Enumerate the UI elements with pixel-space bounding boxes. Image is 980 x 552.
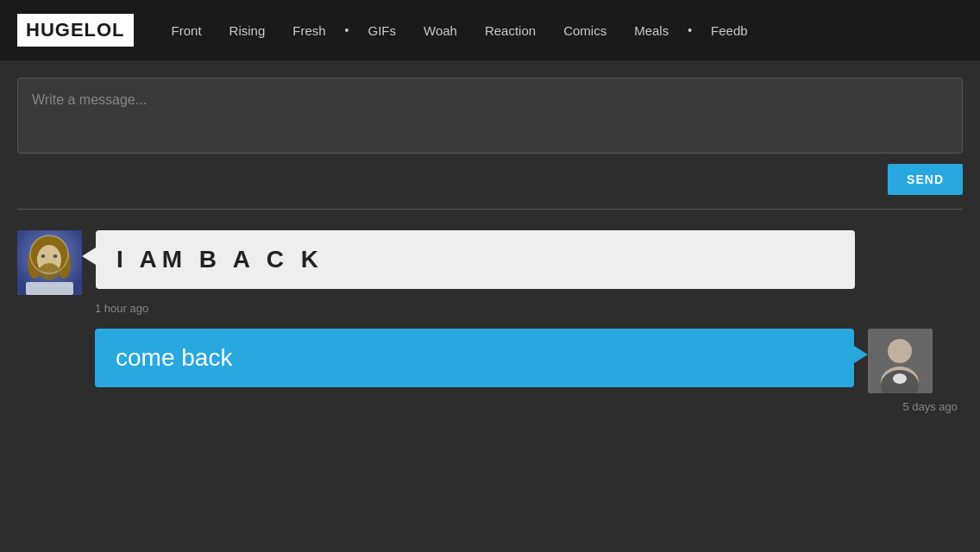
- bubble-arrow-left: [82, 248, 96, 265]
- message-input-container: [17, 78, 963, 154]
- navbar: HUGELOL Front Rising Fresh • GIFs Woah R…: [0, 0, 980, 60]
- nav-item-feedb[interactable]: Feedb: [699, 18, 760, 43]
- sent-timestamp: 5 days ago: [17, 400, 963, 413]
- nav-dot-2: •: [684, 23, 695, 37]
- received-message-text: I AM B A C K: [116, 246, 324, 273]
- sent-message-text: come back: [116, 344, 232, 371]
- nav-item-front[interactable]: Front: [160, 18, 214, 43]
- main-content: SEND: [0, 60, 980, 552]
- nav-item-reaction[interactable]: Reaction: [473, 18, 548, 43]
- nav-item-fresh[interactable]: Fresh: [280, 18, 337, 43]
- avatar-jesus: [17, 230, 82, 295]
- avatar-person: [868, 329, 933, 393]
- received-timestamp: 1 hour ago: [95, 302, 963, 315]
- bubble-received: I AM B A C K: [96, 230, 855, 289]
- messages-divider: [17, 209, 963, 210]
- nav-item-gifs[interactable]: GIFs: [356, 18, 409, 43]
- messages-container: I AM B A C K 1 hour ago come back: [17, 230, 963, 420]
- nav-links: Front Rising Fresh • GIFs Woah Reaction …: [160, 18, 963, 43]
- svg-point-13: [888, 339, 912, 363]
- message-received: I AM B A C K: [17, 230, 963, 295]
- svg-point-16: [893, 373, 907, 384]
- logo[interactable]: HUGELOL: [17, 14, 134, 47]
- bubble-arrow-right: [854, 346, 868, 363]
- svg-point-7: [53, 254, 58, 258]
- send-button-row: SEND: [17, 164, 963, 195]
- send-button[interactable]: SEND: [888, 164, 963, 195]
- nav-item-meals[interactable]: Meals: [622, 18, 681, 43]
- nav-item-comics[interactable]: Comics: [551, 18, 619, 43]
- nav-dot-1: •: [342, 23, 353, 37]
- nav-item-woah[interactable]: Woah: [411, 18, 469, 43]
- sent-row-wrapper: come back: [17, 329, 963, 413]
- svg-rect-9: [26, 282, 73, 295]
- bubble-sent: come back: [95, 329, 854, 387]
- svg-point-6: [41, 254, 46, 258]
- message-textarea[interactable]: [32, 92, 948, 135]
- message-sent: come back: [17, 329, 963, 393]
- nav-item-rising[interactable]: Rising: [217, 18, 278, 43]
